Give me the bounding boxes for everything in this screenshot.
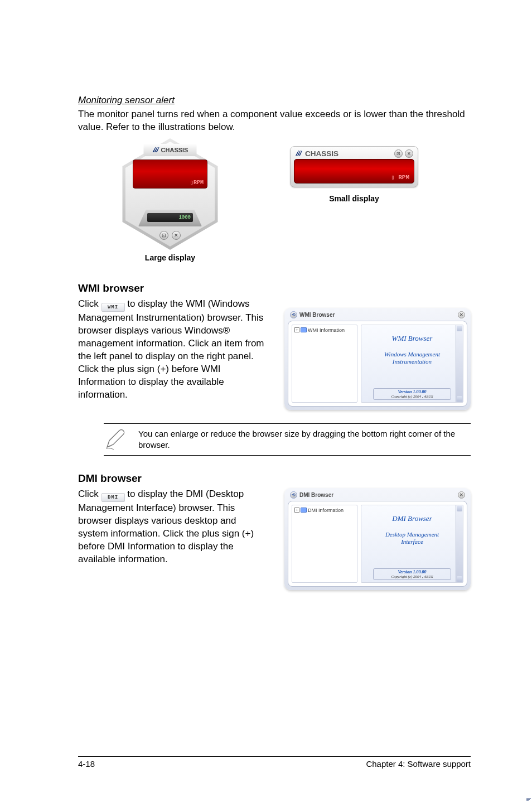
- expand-icon[interactable]: +: [294, 508, 299, 513]
- sensor-alert-heading: Monitoring sensor alert: [78, 95, 471, 106]
- asus-logo-icon: [152, 147, 160, 153]
- sensor-alert-body: The monitor panel turns red when a compo…: [78, 108, 471, 134]
- close-icon[interactable]: ✕: [458, 311, 465, 318]
- dmi-content-pane: DMI Browser Desktop ManagementInterface …: [361, 505, 463, 583]
- wmi-body-text: Click WMI to display the WMI (Windows Ma…: [78, 298, 264, 402]
- wmi-version: Version 1.00.00: [374, 389, 451, 394]
- note-text: You can enlarge or reduce the browser si…: [138, 428, 468, 450]
- expand-icon[interactable]: +: [294, 327, 299, 332]
- dmi-content-title: DMI Browser: [392, 514, 432, 523]
- small-display-rpm-label: ▯ RPM: [391, 173, 409, 181]
- dmi-browser-window: ⟲ DMI Browser ✕ + DMI Information: [284, 488, 471, 590]
- dmi-tree-root-label: DMI Information: [308, 508, 344, 513]
- small-display-widget: CHASSIS ⊡ ✕ ▯ RPM: [290, 146, 418, 187]
- close-icon[interactable]: ✕: [172, 231, 181, 240]
- display-mode-icon[interactable]: ⊡: [394, 149, 403, 158]
- wmi-content-title: WMI Browser: [392, 334, 433, 343]
- large-display-rpm-label: ▯RPM: [190, 179, 204, 186]
- small-display-title-bar: CHASSIS: [295, 149, 338, 158]
- large-display-caption: Large display: [145, 253, 195, 262]
- back-icon[interactable]: ⟲: [290, 491, 297, 499]
- back-icon[interactable]: ⟲: [290, 311, 297, 318]
- large-display-title-bar: CHASSIS: [144, 144, 197, 156]
- chapter-label: Chapter 4: Software support: [366, 759, 471, 769]
- small-display-caption: Small display: [329, 194, 379, 203]
- pencil-icon: [104, 428, 126, 451]
- wmi-button[interactable]: WMI: [101, 303, 125, 312]
- display-mode-icon[interactable]: ⊡: [159, 231, 168, 240]
- dmi-window-title: DMI Browser: [299, 492, 333, 498]
- resize-grip-icon[interactable]: [526, 798, 531, 801]
- dmi-content-subtitle: Desktop ManagementInterface: [385, 531, 439, 545]
- scroll-down-icon[interactable]: [457, 396, 462, 402]
- dmi-copyright: Copyright (c) 2004 , ASUS: [374, 574, 451, 579]
- scroll-down-icon[interactable]: [457, 576, 462, 582]
- asus-logo-icon: [295, 150, 303, 157]
- wmi-tree-root-label: WMI Information: [308, 327, 345, 333]
- wmi-content-pane: WMI Browser Windows ManagementInstrument…: [361, 325, 463, 403]
- note-box: You can enlarge or reduce the browser si…: [104, 423, 471, 456]
- scroll-up-icon[interactable]: [457, 506, 462, 511]
- wmi-content-subtitle: Windows ManagementInstrumentation: [384, 351, 440, 365]
- wmi-window-title: WMI Browser: [299, 312, 335, 318]
- folder-icon: [301, 327, 307, 332]
- dmi-button[interactable]: DMI: [101, 493, 125, 502]
- wmi-copyright: Copyright (c) 2004 , ASUS: [374, 394, 451, 399]
- scroll-up-icon[interactable]: [457, 326, 462, 331]
- small-display-red-panel: ▯ RPM: [294, 159, 414, 183]
- dmi-tree-pane[interactable]: + DMI Information: [292, 505, 357, 583]
- wmi-section-title: WMI browser: [78, 282, 471, 294]
- large-display-title: CHASSIS: [161, 147, 188, 153]
- large-display-lcd-frame: 1000: [138, 210, 202, 226]
- large-display-lcd-value: 1000: [147, 213, 193, 222]
- wmi-tree-pane[interactable]: + WMI Information: [292, 325, 357, 403]
- dmi-version: Version 1.00.00: [374, 569, 451, 574]
- dmi-body-text: Click DMI to display the DMI (Desktop Ma…: [78, 488, 264, 566]
- page-number: 4-18: [78, 759, 95, 769]
- close-icon[interactable]: ✕: [458, 491, 465, 499]
- small-display-title: CHASSIS: [305, 149, 338, 158]
- close-icon[interactable]: ✕: [405, 149, 413, 158]
- folder-icon: [301, 508, 307, 513]
- large-display-red-panel: ▯RPM: [133, 160, 207, 189]
- wmi-browser-window: ⟲ WMI Browser ✕ + WMI Information: [284, 308, 471, 410]
- large-display-widget: CHASSIS ▯RPM 1000 ⊡ ✕: [117, 138, 223, 250]
- dmi-section-title: DMI browser: [78, 472, 471, 485]
